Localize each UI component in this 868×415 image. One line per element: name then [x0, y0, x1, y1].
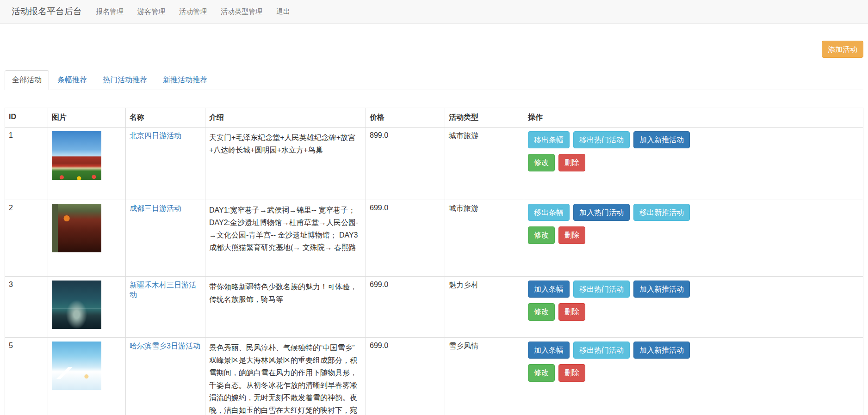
column-header: 操作: [524, 108, 863, 128]
activity-name-link[interactable]: 成都三日游活动: [130, 204, 181, 212]
cell-price: 699.0: [366, 338, 445, 415]
edit-buttons-row: 修改删除: [528, 226, 859, 244]
table-row: 1北京四日游活动天安门+毛泽东纪念堂+人民英雄纪念碑+故宫+八达岭长城+圆明园+…: [5, 128, 863, 200]
table-row: 2成都三日游活动DAY1:宽窄巷子→武侯祠→锦里-- 宽窄巷子； DAY2:金沙…: [5, 200, 863, 277]
remove-from-new-button[interactable]: 移出新推活动: [633, 204, 690, 221]
table-header-row: ID图片名称介绍价格活动类型操作: [5, 108, 863, 128]
edit-button[interactable]: 修改: [528, 154, 555, 171]
main-content: 添加活动 全部活动条幅推荐热门活动推荐新推活动推荐 ID图片名称介绍价格活动类型…: [0, 41, 868, 415]
table-row: 5哈尔滨雪乡3日游活动景色秀丽、民风淳朴、气候独特的“中国雪乡”双峰景区是大海林…: [5, 338, 863, 415]
cell-intro: 带你领略新疆特色少数名族的魅力！可体验，传统名族服饰，骑马等: [205, 277, 366, 338]
cell-price: 699.0: [366, 200, 445, 277]
delete-button[interactable]: 删除: [558, 303, 585, 320]
recommend-buttons-row: 加入条幅移出热门活动加入新推活动: [528, 281, 859, 298]
add-to-new-button[interactable]: 加入新推活动: [633, 342, 690, 359]
add-to-banner-button[interactable]: 加入条幅: [528, 342, 570, 359]
cell-actions: 加入条幅移出热门活动加入新推活动修改删除: [524, 338, 863, 415]
column-header: 名称: [126, 108, 205, 128]
activity-name-link[interactable]: 北京四日游活动: [130, 132, 181, 140]
cell-id: 1: [5, 128, 48, 200]
edit-buttons-row: 修改删除: [528, 364, 859, 381]
cell-price: 699.0: [366, 277, 445, 338]
tab-hot-recommend: 热门活动推荐: [95, 70, 155, 90]
column-header: ID: [5, 108, 48, 128]
cell-image: [48, 277, 126, 338]
cell-price: 899.0: [366, 128, 445, 200]
tab-new-recommend: 新推活动推荐: [155, 70, 215, 90]
cell-intro: DAY1:宽窄巷子→武侯祠→锦里-- 宽窄巷子； DAY2:金沙遗址博物馆→杜甫…: [205, 200, 366, 277]
nav-item-logout: 退出: [269, 0, 297, 24]
tab-new-recommend-link[interactable]: 新推活动推荐: [155, 70, 215, 90]
cell-id: 2: [5, 200, 48, 277]
nav-item-registration-management-link[interactable]: 报名管理: [89, 0, 130, 24]
cell-name: 哈尔滨雪乡3日游活动: [126, 338, 205, 415]
cell-activity-type: 城市旅游: [445, 128, 524, 200]
remove-from-hot-button[interactable]: 移出热门活动: [573, 281, 630, 298]
remove-from-banner-button[interactable]: 移出条幅: [528, 131, 570, 148]
tab-banner-recommend: 条幅推荐: [50, 70, 94, 90]
recommend-buttons-row: 移出条幅移出热门活动加入新推活动: [528, 131, 859, 148]
navbar-menu: 报名管理游客管理活动管理活动类型管理退出: [89, 0, 297, 24]
nav-item-visitor-management-link[interactable]: 游客管理: [130, 0, 172, 24]
add-to-hot-button[interactable]: 加入热门活动: [573, 204, 630, 221]
cell-actions: 移出条幅加入热门活动移出新推活动修改删除: [524, 200, 863, 277]
tab-all-activities-link[interactable]: 全部活动: [5, 70, 49, 90]
column-header: 价格: [366, 108, 445, 128]
cell-activity-type: 魅力乡村: [445, 277, 524, 338]
beijing-tiananmen-photo: [52, 131, 101, 180]
add-to-new-button[interactable]: 加入新推活动: [633, 131, 690, 148]
remove-from-hot-button[interactable]: 移出热门活动: [573, 131, 630, 148]
activity-name-link[interactable]: 哈尔滨雪乡3日游活动: [130, 342, 200, 350]
cell-intro: 景色秀丽、民风淳朴、气候独特的“中国雪乡”双峰景区是大海林风景区的重要组成部分，…: [205, 338, 366, 415]
cell-image: [48, 128, 126, 200]
cell-image: [48, 338, 126, 415]
cell-name: 新疆禾木村三日游活动: [126, 277, 205, 338]
edit-buttons-row: 修改删除: [528, 303, 859, 320]
add-to-banner-button[interactable]: 加入条幅: [528, 281, 570, 298]
activities-table: ID图片名称介绍价格活动类型操作 1北京四日游活动天安门+毛泽东纪念堂+人民英雄…: [5, 108, 863, 415]
edit-button[interactable]: 修改: [528, 364, 555, 381]
add-activity-button[interactable]: 添加活动: [822, 41, 863, 58]
top-navbar: 活动报名平台后台 报名管理游客管理活动管理活动类型管理退出: [0, 0, 868, 24]
edit-button[interactable]: 修改: [528, 226, 555, 244]
cell-intro: 天安门+毛泽东纪念堂+人民英雄纪念碑+故宫+八达岭长城+圆明园+水立方+鸟巢: [205, 128, 366, 200]
recommend-buttons-row: 移出条幅加入热门活动移出新推活动: [528, 204, 859, 221]
edit-button[interactable]: 修改: [528, 303, 555, 320]
cell-actions: 移出条幅移出热门活动加入新推活动修改删除: [524, 128, 863, 200]
nav-item-activity-type-management-link[interactable]: 活动类型管理: [214, 0, 269, 24]
actions-bar: 添加活动: [5, 41, 863, 58]
column-header: 介绍: [205, 108, 366, 128]
cell-id: 3: [5, 277, 48, 338]
tab-hot-recommend-link[interactable]: 热门活动推荐: [95, 70, 155, 90]
nav-item-activity-type-management: 活动类型管理: [214, 0, 269, 24]
delete-button[interactable]: 删除: [558, 364, 585, 381]
harbin-snow-village-photo: [52, 342, 101, 390]
column-header: 活动类型: [445, 108, 524, 128]
activity-name-link[interactable]: 新疆禾木村三日游活动: [130, 281, 196, 299]
cell-id: 5: [5, 338, 48, 415]
brand-title[interactable]: 活动报名平台后台: [7, 6, 89, 18]
add-to-new-button[interactable]: 加入新推活动: [633, 281, 690, 298]
nav-item-activity-management-link[interactable]: 活动管理: [172, 0, 214, 24]
recommend-buttons-row: 加入条幅移出热门活动加入新推活动: [528, 342, 859, 359]
nav-item-activity-management: 活动管理: [172, 0, 214, 24]
activity-filter-tabs: 全部活动条幅推荐热门活动推荐新推活动推荐: [5, 70, 863, 90]
delete-button[interactable]: 删除: [558, 226, 585, 244]
cell-name: 北京四日游活动: [126, 128, 205, 200]
nav-item-logout-link[interactable]: 退出: [269, 0, 297, 24]
xinjiang-hemu-village-photo: [52, 281, 101, 329]
nav-item-visitor-management: 游客管理: [130, 0, 172, 24]
edit-buttons-row: 修改删除: [528, 154, 859, 171]
cell-activity-type: 雪乡风情: [445, 338, 524, 415]
nav-item-registration-management: 报名管理: [89, 0, 130, 24]
tab-banner-recommend-link[interactable]: 条幅推荐: [50, 70, 94, 90]
column-header: 图片: [48, 108, 126, 128]
delete-button[interactable]: 删除: [558, 154, 585, 171]
table-row: 3新疆禾木村三日游活动带你领略新疆特色少数名族的魅力！可体验，传统名族服饰，骑马…: [5, 277, 863, 338]
cell-activity-type: 城市旅游: [445, 200, 524, 277]
chengdu-temple-photo: [52, 204, 101, 252]
cell-name: 成都三日游活动: [126, 200, 205, 277]
remove-from-banner-button[interactable]: 移出条幅: [528, 204, 570, 221]
remove-from-hot-button[interactable]: 移出热门活动: [573, 342, 630, 359]
cell-actions: 加入条幅移出热门活动加入新推活动修改删除: [524, 277, 863, 338]
